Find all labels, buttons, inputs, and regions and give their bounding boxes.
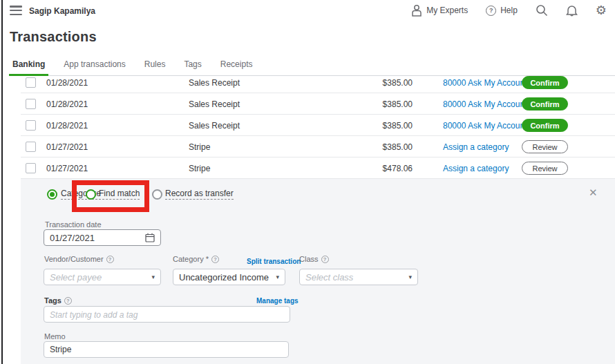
row-amount: $385.00 xyxy=(357,99,413,109)
table-row: 01/28/2021 Sales Receipt $385.00 80000 A… xyxy=(0,72,615,93)
category-help-icon[interactable]: ? xyxy=(211,256,219,263)
radio-record-as-transfer[interactable] xyxy=(152,189,162,200)
table-row: 01/28/2021 Sales Receipt $385.00 80000 A… xyxy=(0,115,615,136)
company-name: Sagip Kapamilya xyxy=(29,6,95,16)
row-action-button[interactable]: Review xyxy=(522,140,568,153)
class-help-icon[interactable]: ? xyxy=(321,256,329,263)
vendor-help-icon[interactable]: ? xyxy=(106,256,114,263)
table-row: 01/27/2021 Stripe $385.00 Assign a categ… xyxy=(0,136,615,157)
row-description: Stripe xyxy=(189,164,210,173)
top-header: Sagip Kapamilya My Experts ? Help ⚙ xyxy=(0,0,615,21)
memo-label: Memo xyxy=(44,332,66,341)
row-category-link[interactable]: 80000 Ask My Accounta xyxy=(443,121,531,131)
memo-field[interactable] xyxy=(44,341,289,358)
close-panel-icon[interactable]: ✕ xyxy=(589,187,598,198)
row-date: 01/27/2021 xyxy=(46,142,88,152)
vendor-customer-select[interactable]: Select payee ▾ xyxy=(44,269,161,285)
settings-gear-icon[interactable]: ⚙ xyxy=(596,4,607,17)
row-description: Sales Receipt xyxy=(189,99,240,109)
tags-help-icon[interactable]: ? xyxy=(64,297,72,305)
notifications-bell-icon[interactable] xyxy=(566,4,578,17)
class-select[interactable]: Select class ▾ xyxy=(299,269,418,285)
help-icon: ? xyxy=(486,6,496,16)
row-date: 01/28/2021 xyxy=(46,121,88,131)
chevron-down-icon: ▾ xyxy=(276,274,279,280)
row-amount: $478.06 xyxy=(357,164,413,173)
transactions-page: Sagip Kapamilya My Experts ? Help ⚙ Tran… xyxy=(0,0,615,364)
menu-icon[interactable] xyxy=(10,6,22,15)
row-checkbox[interactable] xyxy=(26,142,36,152)
my-experts-label: My Experts xyxy=(426,6,468,15)
row-checkbox[interactable] xyxy=(26,163,36,173)
radio-find-match[interactable] xyxy=(86,189,96,200)
row-checkbox[interactable] xyxy=(26,77,36,88)
vendor-customer-label: Vendor/Customer? xyxy=(44,255,114,263)
row-checkbox[interactable] xyxy=(26,99,36,109)
category-label: Category *? xyxy=(173,255,219,263)
table-row: 01/27/2021 Stripe $478.06 Assign a categ… xyxy=(0,157,615,179)
row-action-button[interactable]: Review xyxy=(522,162,568,175)
row-checkbox[interactable] xyxy=(26,120,36,131)
row-date: 01/28/2021 xyxy=(46,99,88,109)
row-category-link[interactable]: 80000 Ask My Accounta xyxy=(443,78,531,88)
help-button[interactable]: ? Help xyxy=(486,6,518,16)
help-label: Help xyxy=(500,6,518,15)
split-transaction-link[interactable]: Split transaction xyxy=(247,258,301,265)
row-date: 01/27/2021 xyxy=(46,164,88,173)
tags-input[interactable] xyxy=(50,309,284,320)
class-label: Class? xyxy=(299,255,329,263)
row-category-link[interactable]: Assign a category xyxy=(443,164,509,173)
memo-input[interactable] xyxy=(50,345,283,354)
row-category-link[interactable]: 80000 Ask My Accounta xyxy=(443,99,531,109)
row-action-button[interactable]: Confirm xyxy=(522,119,568,132)
category-select[interactable]: Uncategorized Income ▾ xyxy=(173,269,285,285)
table-row: 01/28/2021 Sales Receipt $385.00 80000 A… xyxy=(0,93,615,115)
row-description: Stripe xyxy=(189,142,210,152)
search-icon[interactable] xyxy=(536,4,548,17)
page-title: Transactions xyxy=(10,29,97,45)
radio-record-as-transfer-label[interactable]: Record as transfer xyxy=(165,189,234,200)
transaction-edit-panel: Categorize Find match Record as transfer… xyxy=(21,179,615,364)
chevron-down-icon: ▾ xyxy=(151,274,155,280)
transaction-date-field[interactable] xyxy=(44,229,161,246)
transaction-date-input[interactable] xyxy=(50,233,145,243)
chevron-down-icon: ▾ xyxy=(408,274,412,280)
tags-label: Tags? xyxy=(44,296,72,305)
row-category-link[interactable]: Assign a category xyxy=(443,142,509,152)
radio-categorize[interactable] xyxy=(47,189,57,200)
calendar-icon[interactable] xyxy=(145,233,155,242)
row-amount: $385.00 xyxy=(357,78,413,88)
transaction-date-label: Transaction date xyxy=(45,220,102,229)
radio-find-match-label[interactable]: Find match xyxy=(99,189,140,200)
row-action-button[interactable]: Confirm xyxy=(522,97,568,111)
my-experts-button[interactable]: My Experts xyxy=(411,4,468,17)
row-date: 01/28/2021 xyxy=(46,78,88,88)
header-actions: My Experts ? Help ⚙ xyxy=(411,0,607,21)
row-amount: $385.00 xyxy=(357,142,413,152)
row-description: Sales Receipt xyxy=(189,121,240,131)
row-action-button[interactable]: Confirm xyxy=(522,76,568,89)
tags-field[interactable] xyxy=(44,306,290,323)
window-left-edge xyxy=(1,0,3,364)
manage-tags-link[interactable]: Manage tags xyxy=(256,297,299,305)
row-amount: $385.00 xyxy=(357,121,413,131)
transactions-list: 01/28/2021 Sales Receipt $385.00 80000 A… xyxy=(0,72,615,179)
person-icon xyxy=(411,4,422,17)
row-description: Sales Receipt xyxy=(189,78,240,88)
